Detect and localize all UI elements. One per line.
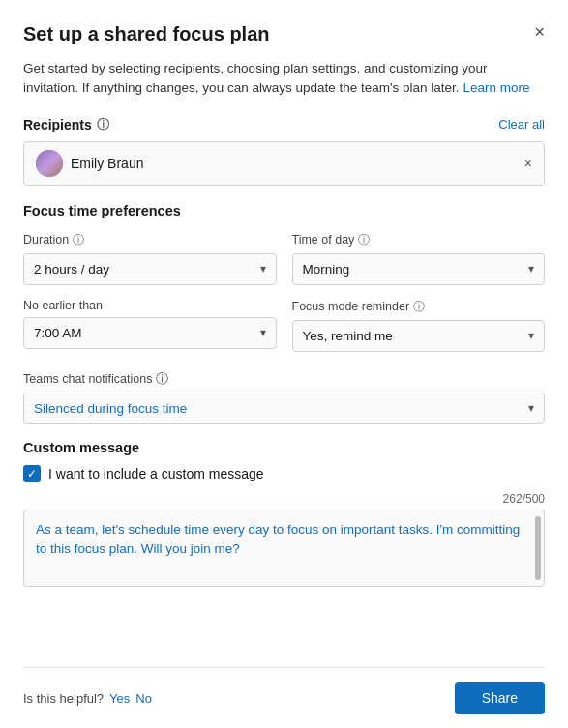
focus-mode-reminder-field: Focus mode reminder ⓘ Yes, remind me ▾ xyxy=(292,299,546,352)
no-earlier-chevron-icon: ▾ xyxy=(260,326,266,339)
teams-chat-select[interactable]: Silenced during focus time ▾ xyxy=(23,393,545,424)
checkbox-label: I want to include a custom message xyxy=(48,466,264,481)
time-of-day-field: Time of day ⓘ Morning ▾ xyxy=(292,232,546,285)
yes-link[interactable]: Yes xyxy=(109,691,130,706)
message-text: As a team, let's schedule time every day… xyxy=(36,522,520,556)
checkbox-row: ✓ I want to include a custom message xyxy=(23,465,545,482)
dialog-description: Get started by selecting recipients, cho… xyxy=(23,59,545,99)
duration-label: Duration ⓘ xyxy=(23,232,277,248)
no-earlier-reminder-row: No earlier than 7:00 AM ▾ Focus mode rem… xyxy=(23,299,545,352)
remove-recipient-button[interactable]: × xyxy=(524,157,532,170)
dialog: Set up a shared focus plan × Get started… xyxy=(0,0,568,728)
recipients-label: Recipients ⓘ xyxy=(23,116,109,133)
time-of-day-select[interactable]: Morning ▾ xyxy=(292,253,546,285)
share-button[interactable]: Share xyxy=(455,682,545,714)
include-message-checkbox[interactable]: ✓ xyxy=(23,465,41,482)
recipient-box: Emily Braun × xyxy=(23,141,545,186)
time-of-day-info-icon[interactable]: ⓘ xyxy=(358,232,370,248)
teams-chat-info-icon[interactable]: ⓘ xyxy=(156,371,168,388)
custom-message-title: Custom message xyxy=(23,440,545,455)
duration-info-icon[interactable]: ⓘ xyxy=(73,232,84,248)
dialog-footer: Is this helpful? Yes No Share xyxy=(23,667,545,728)
no-earlier-than-select[interactable]: 7:00 AM ▾ xyxy=(23,317,277,349)
no-earlier-than-field: No earlier than 7:00 AM ▾ xyxy=(23,299,277,352)
message-box[interactable]: As a team, let's schedule time every day… xyxy=(23,510,545,587)
helpful-row: Is this helpful? Yes No xyxy=(23,691,152,706)
duration-field: Duration ⓘ 2 hours / day ▾ xyxy=(23,232,277,285)
no-earlier-than-label: No earlier than xyxy=(23,299,277,312)
duration-select[interactable]: 2 hours / day ▾ xyxy=(23,253,277,285)
char-count: 262/500 xyxy=(23,492,545,506)
time-of-day-label: Time of day ⓘ xyxy=(292,232,546,248)
teams-chat-label: Teams chat notifications ⓘ xyxy=(23,371,545,388)
clear-all-button[interactable]: Clear all xyxy=(498,117,545,131)
focus-mode-reminder-chevron-icon: ▾ xyxy=(528,329,534,342)
dialog-header: Set up a shared focus plan × xyxy=(23,23,545,45)
no-link[interactable]: No xyxy=(135,691,152,706)
time-of-day-chevron-icon: ▾ xyxy=(528,262,534,276)
teams-chat-section: Teams chat notifications ⓘ Silenced duri… xyxy=(23,371,545,424)
teams-chat-chevron-icon: ▾ xyxy=(528,401,534,415)
dialog-title: Set up a shared focus plan xyxy=(23,23,270,45)
close-button[interactable]: × xyxy=(534,23,545,41)
focus-mode-reminder-select[interactable]: Yes, remind me ▾ xyxy=(292,320,546,352)
recipients-header: Recipients ⓘ Clear all xyxy=(23,116,545,133)
focus-mode-reminder-label: Focus mode reminder ⓘ xyxy=(292,299,546,315)
duration-time-row: Duration ⓘ 2 hours / day ▾ Time of day ⓘ… xyxy=(23,232,545,285)
avatar-image xyxy=(36,150,63,177)
recipient-name: Emily Braun xyxy=(71,156,517,171)
focus-preferences-title: Focus time preferences xyxy=(23,203,545,218)
helpful-label: Is this helpful? xyxy=(23,691,104,706)
custom-message-section: Custom message ✓ I want to include a cus… xyxy=(23,440,545,587)
duration-chevron-icon: ▾ xyxy=(260,262,266,276)
checkmark-icon: ✓ xyxy=(27,468,37,480)
focus-mode-reminder-info-icon[interactable]: ⓘ xyxy=(413,299,425,315)
scrollbar[interactable] xyxy=(535,516,541,580)
learn-more-link[interactable]: Learn more xyxy=(463,80,529,95)
avatar xyxy=(36,150,63,177)
recipients-info-icon[interactable]: ⓘ xyxy=(97,116,109,133)
